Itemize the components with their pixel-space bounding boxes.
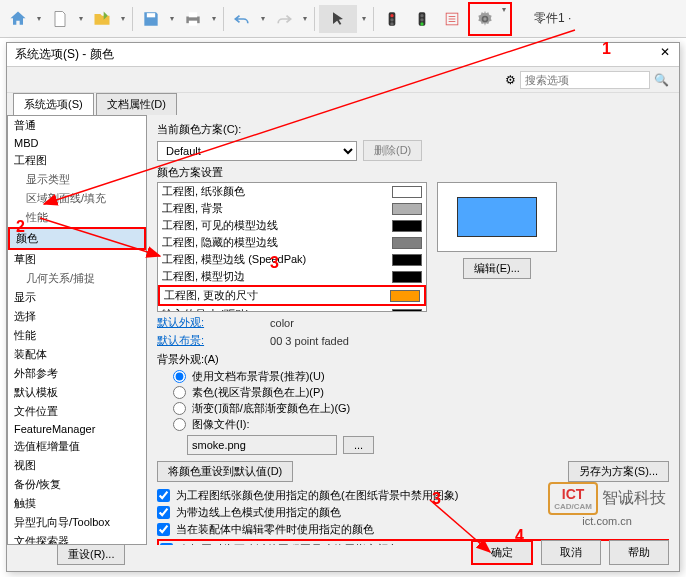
- watermark: ICTCAD/CAM 智诚科技 ict.com.cn: [548, 482, 666, 527]
- sidebar-item[interactable]: 显示类型: [8, 170, 146, 189]
- color-item[interactable]: 工程图, 纸张颜色: [158, 183, 426, 200]
- color-item[interactable]: 工程图, 背景: [158, 200, 426, 217]
- sidebar-item[interactable]: 触摸: [8, 494, 146, 513]
- dropdown-icon[interactable]: ▾: [167, 14, 177, 23]
- color-item[interactable]: 工程图, 隐藏的模型边线: [158, 234, 426, 251]
- bg-radio[interactable]: 渐变(顶部/底部渐变颜色在上)(G): [173, 401, 669, 416]
- svg-point-5: [390, 14, 393, 17]
- edit-color-button[interactable]: 编辑(E)...: [463, 258, 531, 279]
- color-list[interactable]: 工程图, 纸张颜色工程图, 背景工程图, 可见的模型边线工程图, 隐藏的模型边线…: [157, 182, 427, 312]
- default-appearance-link[interactable]: 默认外观:: [157, 315, 204, 330]
- help-button[interactable]: 帮助: [609, 540, 669, 565]
- bg-radio[interactable]: 素色(视区背景颜色在上)(P): [173, 385, 669, 400]
- tab-bar: 系统选项(S) 文档属性(D): [7, 93, 679, 115]
- sidebar-item[interactable]: 颜色: [8, 227, 146, 250]
- search-bar: ⚙ 🔍: [7, 67, 679, 93]
- sidebar-item[interactable]: 选择: [8, 307, 146, 326]
- color-preview: [437, 182, 557, 252]
- sidebar-item[interactable]: 装配体: [8, 345, 146, 364]
- svg-point-6: [390, 18, 393, 21]
- search-icon[interactable]: 🔍: [654, 73, 669, 87]
- sidebar-item[interactable]: FeatureManager: [8, 421, 146, 437]
- dropdown-icon[interactable]: ▾: [76, 14, 86, 23]
- traffic-green-icon[interactable]: [408, 5, 436, 33]
- undo-icon[interactable]: [228, 5, 256, 33]
- reset-colors-button[interactable]: 将颜色重设到默认值(D): [157, 461, 293, 482]
- dropdown-icon[interactable]: ▾: [300, 14, 310, 23]
- svg-rect-2: [189, 12, 197, 17]
- dropdown-icon[interactable]: ▾: [118, 14, 128, 23]
- delete-button[interactable]: 删除(D): [363, 140, 422, 161]
- browse-button[interactable]: ...: [343, 436, 374, 454]
- sidebar-item[interactable]: 性能: [8, 326, 146, 345]
- sidebar-item[interactable]: 异型孔向导/Toolbox: [8, 513, 146, 532]
- scene-value: 00 3 point faded: [270, 335, 349, 347]
- sidebar-item[interactable]: 备份/恢复: [8, 475, 146, 494]
- dropdown-icon[interactable]: ▾: [209, 14, 219, 23]
- new-icon[interactable]: [46, 5, 74, 33]
- close-icon[interactable]: ✕: [655, 45, 675, 65]
- ok-button[interactable]: 确定: [471, 540, 533, 565]
- gear-icon[interactable]: [471, 5, 499, 33]
- dropdown-icon[interactable]: ▾: [359, 14, 369, 23]
- sidebar-item[interactable]: 视图: [8, 456, 146, 475]
- color-item[interactable]: 工程图, 可见的模型边线: [158, 217, 426, 234]
- print-icon[interactable]: [179, 5, 207, 33]
- image-file-input[interactable]: [187, 435, 337, 455]
- sidebar-item[interactable]: 几何关系/捕捉: [8, 269, 146, 288]
- dropdown-icon[interactable]: ▾: [499, 5, 509, 33]
- sidebar-item[interactable]: 文件位置: [8, 402, 146, 421]
- svg-rect-3: [189, 20, 197, 25]
- list-icon[interactable]: [438, 5, 466, 33]
- sidebar-item[interactable]: 外部参考: [8, 364, 146, 383]
- svg-point-7: [390, 22, 393, 25]
- color-item[interactable]: 工程图, 模型切边: [158, 268, 426, 285]
- traffic-red-icon[interactable]: [378, 5, 406, 33]
- dialog-title: 系统选项(S) - 颜色: [7, 43, 679, 67]
- svg-point-9: [420, 14, 423, 17]
- appearance-value: color: [270, 317, 294, 329]
- cancel-button[interactable]: 取消: [541, 540, 601, 565]
- tab-system-options[interactable]: 系统选项(S): [13, 93, 94, 115]
- sidebar-item[interactable]: 默认模板: [8, 383, 146, 402]
- bg-radio[interactable]: 图像文件(I):: [173, 417, 669, 432]
- sidebar-item[interactable]: MBD: [8, 135, 146, 151]
- sidebar-item[interactable]: 普通: [8, 116, 146, 135]
- sidebar-item[interactable]: 草图: [8, 250, 146, 269]
- main-panel: 当前颜色方案(C): Default 删除(D) 颜色方案设置 工程图, 纸张颜…: [147, 115, 679, 545]
- home-icon[interactable]: [4, 5, 32, 33]
- svg-point-11: [420, 22, 423, 25]
- color-item[interactable]: 输入的尺寸 (驱动): [158, 306, 426, 312]
- sidebar-item[interactable]: 性能: [8, 208, 146, 227]
- dropdown-icon[interactable]: ▾: [258, 14, 268, 23]
- color-item[interactable]: 工程图, 模型边线 (SpeedPak): [158, 251, 426, 268]
- dialog-buttons: 确定 取消 帮助: [471, 540, 669, 565]
- color-item[interactable]: 工程图, 更改的尺寸: [158, 285, 426, 306]
- sidebar-item[interactable]: 显示: [8, 288, 146, 307]
- search-input[interactable]: [520, 71, 650, 89]
- sidebar-item[interactable]: 选值框增量值: [8, 437, 146, 456]
- document-title: 零件1 ·: [534, 10, 571, 27]
- bg-radio[interactable]: 使用文档布景背景(推荐)(U): [173, 369, 669, 384]
- svg-point-10: [420, 18, 423, 21]
- gear-small-icon: ⚙: [505, 73, 516, 87]
- save-scheme-button[interactable]: 另存为方案(S)...: [568, 461, 669, 482]
- scheme-combo[interactable]: Default: [157, 141, 357, 161]
- settings-label: 颜色方案设置: [157, 165, 669, 180]
- default-scene-link[interactable]: 默认布景:: [157, 333, 204, 348]
- svg-rect-0: [147, 13, 155, 17]
- main-toolbar: ▾ ▾ ▾ ▾ ▾ ▾ ▾ ▾ ▾ 零件1 ·: [0, 0, 686, 38]
- bg-label: 背景外观:(A): [157, 352, 669, 367]
- reset-button[interactable]: 重设(R)...: [57, 544, 125, 565]
- sidebar-item[interactable]: 区域剖面线/填充: [8, 189, 146, 208]
- scheme-label: 当前颜色方案(C):: [157, 122, 241, 137]
- select-icon[interactable]: [319, 5, 357, 33]
- category-sidebar[interactable]: 普通MBD工程图显示类型区域剖面线/填充性能颜色草图几何关系/捕捉显示选择性能装…: [7, 115, 147, 545]
- redo-icon[interactable]: [270, 5, 298, 33]
- tab-document-props[interactable]: 文档属性(D): [96, 93, 177, 115]
- open-icon[interactable]: [88, 5, 116, 33]
- sidebar-item[interactable]: 工程图: [8, 151, 146, 170]
- dropdown-icon[interactable]: ▾: [34, 14, 44, 23]
- save-icon[interactable]: [137, 5, 165, 33]
